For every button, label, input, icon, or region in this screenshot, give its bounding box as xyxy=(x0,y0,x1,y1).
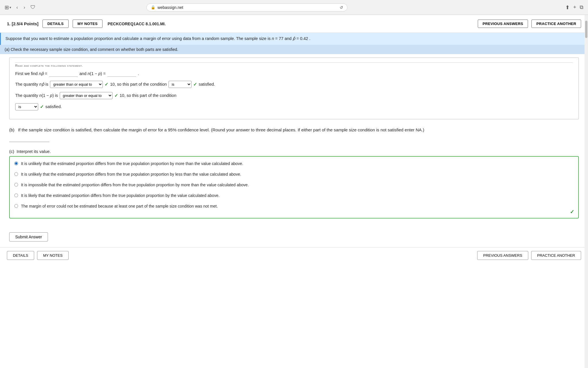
period: . xyxy=(138,71,139,76)
bottom-nav-left: DETAILS MY NOTES xyxy=(7,251,69,260)
dropdown-arrow: ▾ xyxy=(9,5,11,9)
condition2-is-dropdown[interactable]: is is not xyxy=(15,103,38,110)
forward-button[interactable]: › xyxy=(22,4,27,11)
satisfied-text1: satisfied. xyxy=(199,82,215,87)
radio-input-1[interactable] xyxy=(14,162,18,165)
question-code: PECKCOREQ1ACC 8.1.001.MI. xyxy=(108,22,166,26)
nphat-comparison-dropdown[interactable]: greater than or equal to less than great… xyxy=(50,81,103,88)
check1-icon: ✓ xyxy=(105,82,108,87)
radio-label-5: The margin of error could not be estimat… xyxy=(21,203,218,209)
radio-option-5[interactable]: The margin of error could not be estimat… xyxy=(14,203,574,209)
bottom-practice-another-button[interactable]: PRACTICE ANOTHER xyxy=(531,251,581,260)
bottom-previous-answers-button[interactable]: PREVIOUS ANSWERS xyxy=(477,251,528,260)
quantity-nphat-text: The quantity np̂ is xyxy=(15,82,48,87)
ten-condition-text2: 10, so this part of the condition xyxy=(120,93,177,98)
question-points: 1. [2.5/4 Points] xyxy=(7,21,38,26)
previous-answers-button[interactable]: PREVIOUS ANSWERS xyxy=(478,20,528,28)
question-header: 1. [2.5/4 Points] DETAILS MY NOTES PECKC… xyxy=(0,15,588,33)
radio-input-3[interactable] xyxy=(14,183,18,187)
n-value: n = 77 xyxy=(272,36,283,41)
submit-answer-button[interactable]: Submit Answer xyxy=(9,232,48,241)
fourth-statement-row: is is not ✓ satisfied. xyxy=(15,103,573,110)
radio-label-1: It is unlikely that the estimated propor… xyxy=(21,161,243,167)
condition1-is-dropdown[interactable]: is is not xyxy=(169,81,192,88)
header-right-buttons: PREVIOUS ANSWERS PRACTICE ANOTHER xyxy=(478,20,581,28)
part-b-section: (b) If the sample size condition is sati… xyxy=(9,123,579,145)
browser-actions: ⬆ + ⧉ xyxy=(565,4,583,11)
first-we-find-text: First we find np̂ = xyxy=(15,71,47,76)
radio-option-2[interactable]: It is unlikely that the estimated propor… xyxy=(14,171,574,177)
scrollbar[interactable] xyxy=(585,15,588,368)
part-c-letter: (c) xyxy=(9,149,16,154)
refresh-button[interactable]: ↺ xyxy=(340,5,343,10)
read-complete-label: Read and complete the following statemen… xyxy=(15,62,573,67)
interpret-radio-box: It is unlikely that the estimated propor… xyxy=(9,156,579,218)
np-hat-input[interactable] xyxy=(49,71,78,77)
page-content: 1. [2.5/4 Points] DETAILS MY NOTES PECKC… xyxy=(0,15,588,368)
new-tab-button[interactable]: + xyxy=(573,4,576,10)
radio-label-3: It is impossible that the estimated prop… xyxy=(21,182,249,188)
radio-label-4: It is likely that the estimated proporti… xyxy=(21,193,220,199)
address-bar: 🔒 ↺ xyxy=(146,3,347,12)
part-c-text: Interpret its value. xyxy=(17,149,51,154)
check4-icon: ✓ xyxy=(40,104,44,110)
radio-option-4[interactable]: It is likely that the estimated proporti… xyxy=(14,193,574,199)
part-a-text: (a) Check the necessary sample size cond… xyxy=(5,47,178,52)
share-button[interactable]: ⬆ xyxy=(565,4,570,11)
n1p-comparison-dropdown[interactable]: greater than or equal to less than great… xyxy=(60,92,113,99)
radio-input-4[interactable] xyxy=(14,193,18,197)
bottom-details-button[interactable]: DETAILS xyxy=(7,251,34,260)
practice-another-button[interactable]: PRACTICE ANOTHER xyxy=(531,20,581,28)
problem-statement: Suppose that you want to estimate a popu… xyxy=(0,33,588,45)
browser-nav-buttons: ‹ › xyxy=(15,4,27,11)
sidebar-icon: ⊞ xyxy=(5,4,9,11)
radio-input-2[interactable] xyxy=(14,172,18,176)
n1p-input[interactable] xyxy=(107,71,136,77)
phat-value: p̂ = 0.42 xyxy=(293,36,308,41)
my-notes-button[interactable]: MY NOTES xyxy=(73,20,102,28)
radio-box-checkmark-icon: ✓ xyxy=(570,209,574,215)
sidebar-toggle[interactable]: ⊞ ▾ xyxy=(5,4,11,11)
bottom-nav-right: PREVIOUS ANSWERS PRACTICE ANOTHER xyxy=(477,251,581,260)
third-statement-row: The quantity n(1 − p) is greater than or… xyxy=(15,92,573,99)
statement-box: Read and complete the following statemen… xyxy=(9,57,579,119)
browser-chrome: ⊞ ▾ ‹ › 🛡 🔒 ↺ ⬆ + ⧉ xyxy=(0,0,588,15)
back-button[interactable]: ‹ xyxy=(15,4,20,11)
quantity-n1p-text: The quantity n(1 − p) is xyxy=(15,93,58,98)
radio-input-5[interactable] xyxy=(14,204,18,208)
radio-option-3[interactable]: It is impossible that the estimated prop… xyxy=(14,182,574,188)
satisfied-text2: satisfied. xyxy=(45,104,62,109)
second-statement-row: The quantity np̂ is greater than or equa… xyxy=(15,81,573,88)
radio-option-1[interactable]: It is unlikely that the estimated propor… xyxy=(14,161,574,167)
part-a-label: (a) Check the necessary sample size cond… xyxy=(0,45,588,54)
first-statement-row: First we find np̂ = and n(1 − p) = . xyxy=(15,71,573,77)
part-b-text: If the sample size condition is satisfie… xyxy=(18,127,424,132)
check2-icon: ✓ xyxy=(193,82,197,87)
submit-section: Submit Answer xyxy=(0,228,588,247)
radio-label-2: It is unlikely that the estimated propor… xyxy=(21,171,241,177)
url-input[interactable] xyxy=(158,5,337,10)
bottom-my-notes-button[interactable]: MY NOTES xyxy=(37,251,69,260)
lock-icon: 🔒 xyxy=(151,5,155,9)
shield-icon: 🛡 xyxy=(30,4,36,10)
and-text: and n(1 − p) = xyxy=(80,71,106,76)
part-c-section: (c) Interpret its value. It is unlikely … xyxy=(9,145,579,222)
ten-condition-text: 10, so this part of the condition xyxy=(110,82,167,87)
margin-of-error-input[interactable] xyxy=(9,135,49,142)
details-button[interactable]: DETAILS xyxy=(42,20,69,28)
tabs-button[interactable]: ⧉ xyxy=(580,4,583,10)
check3-icon: ✓ xyxy=(114,93,118,98)
question-body: Read and complete the following statemen… xyxy=(0,57,588,228)
part-b-label: (b) xyxy=(9,127,17,132)
part-c-label: (c) Interpret its value. xyxy=(9,149,579,154)
scrollbar-thumb[interactable] xyxy=(585,21,587,38)
bottom-nav: DETAILS MY NOTES PREVIOUS ANSWERS PRACTI… xyxy=(0,247,588,263)
